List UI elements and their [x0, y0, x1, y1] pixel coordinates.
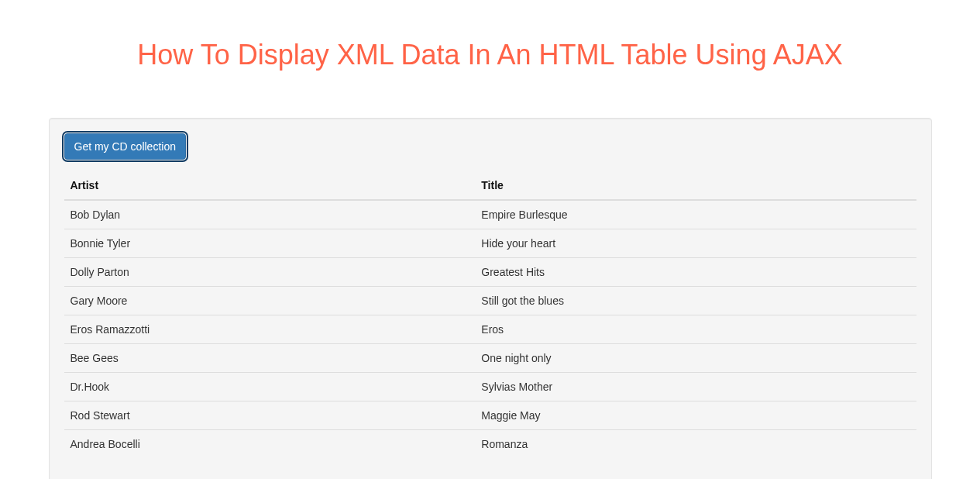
artist-cell: Gary Moore [64, 287, 476, 315]
table-row: Andrea Bocelli Romanza [64, 430, 916, 459]
artist-cell: Bonnie Tyler [64, 229, 476, 258]
title-cell: One night only [475, 344, 916, 373]
get-cd-collection-button[interactable]: Get my CD collection [64, 133, 186, 160]
artist-cell: Dr.Hook [64, 373, 476, 401]
artist-cell: Andrea Bocelli [64, 430, 476, 459]
table-row: Eros Ramazzotti Eros [64, 315, 916, 344]
table-row: Gary Moore Still got the blues [64, 287, 916, 315]
table-row: Bonnie Tyler Hide your heart [64, 229, 916, 258]
table-row: Bob Dylan Empire Burlesque [64, 200, 916, 229]
title-cell: Eros [475, 315, 916, 344]
title-cell: Still got the blues [475, 287, 916, 315]
cd-table: Artist Title Bob Dylan Empire Burlesque … [64, 171, 916, 458]
table-row: Dr.Hook Sylvias Mother [64, 373, 916, 401]
table-row: Dolly Parton Greatest Hits [64, 258, 916, 287]
title-cell: Greatest Hits [475, 258, 916, 287]
title-cell: Sylvias Mother [475, 373, 916, 401]
artist-cell: Bee Gees [64, 344, 476, 373]
table-row: Bee Gees One night only [64, 344, 916, 373]
table-row: Rod Stewart Maggie May [64, 401, 916, 430]
table-header-artist: Artist [64, 171, 476, 200]
table-header-title: Title [475, 171, 916, 200]
artist-cell: Eros Ramazzotti [64, 315, 476, 344]
content-well: Get my CD collection Artist Title Bob Dy… [49, 118, 932, 479]
page-title: How To Display XML Data In An HTML Table… [15, 39, 965, 71]
title-cell: Hide your heart [475, 229, 916, 258]
artist-cell: Bob Dylan [64, 200, 476, 229]
title-cell: Romanza [475, 430, 916, 459]
main-container: Get my CD collection Artist Title Bob Dy… [49, 118, 932, 479]
artist-cell: Rod Stewart [64, 401, 476, 430]
title-cell: Maggie May [475, 401, 916, 430]
title-cell: Empire Burlesque [475, 200, 916, 229]
artist-cell: Dolly Parton [64, 258, 476, 287]
